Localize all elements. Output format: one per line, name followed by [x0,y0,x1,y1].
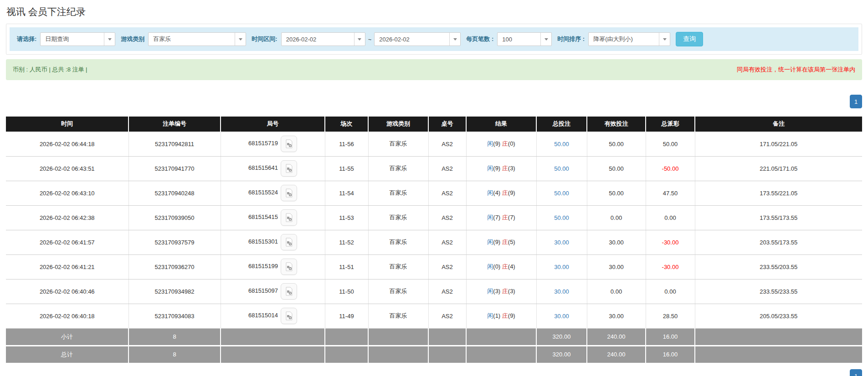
player-result: 闲 [487,239,493,245]
round-no-text: 681515199 [248,263,278,269]
cell-table-no: AS2 [428,132,466,156]
cell-table-no: AS2 [428,254,466,279]
query-type-select[interactable]: 日期查询 [40,32,115,46]
cell-table-no: AS2 [428,279,466,304]
banker-score: (9) [508,312,515,319]
player-score: (4) [493,189,500,196]
cell-result: 闲(9) 庄(3) [466,156,536,181]
date-to-value: 2026-02-02 [375,36,410,43]
player-result: 闲 [487,263,493,270]
table-row: 2026-02-02 06:40:18 523170934083 6815150… [6,304,862,328]
table-row: 2026-02-02 06:40:46 523170934982 6815150… [6,279,862,304]
cell-time: 2026-02-02 06:40:18 [6,304,128,328]
total-bet-link[interactable]: 30.00 [554,239,569,246]
cell-valid-bet: 50.00 [587,132,646,156]
video-icon[interactable] [281,209,297,226]
cell-result: 闲(0) 庄(4) [466,254,536,279]
player-result: 闲 [487,312,493,319]
date-from-picker[interactable]: 2026-02-02 [281,32,365,46]
banker-score: (5) [508,239,515,245]
banker-result: 庄 [502,189,508,196]
total-bet-link[interactable]: 50.00 [554,190,569,197]
video-icon[interactable] [281,308,297,324]
player-score: (9) [493,165,500,172]
cell-session: 11-55 [325,156,368,181]
cell-payout: -50.00 [646,156,695,181]
page-1-button[interactable]: 1 [850,95,862,108]
cell-game: 百家乐 [368,230,428,254]
per-page-value: 100 [498,36,512,43]
cell-time: 2026-02-02 06:42:38 [6,205,128,230]
sort-label: 时间排序 : [557,35,585,43]
cell-total-bet: 50.00 [536,181,587,205]
total-bet-link[interactable]: 30.00 [554,264,569,270]
banker-result: 庄 [502,165,508,172]
player-score: (1) [493,312,500,319]
query-button[interactable]: 查询 [676,32,703,46]
video-icon[interactable] [281,259,297,275]
total-label: 总计 [6,346,128,363]
query-type-value: 日期查询 [41,35,69,43]
cell-table-no: AS2 [428,156,466,181]
currency-summary-text: 币别 : 人民币 | 总共 :8 注单 | [13,66,87,74]
sort-value: 降幂(由大到小) [589,35,633,43]
game-type-select[interactable]: 百家乐 [148,32,246,46]
cell-table-no: AS2 [428,304,466,328]
banker-result: 庄 [502,263,508,270]
cell-total-bet: 50.00 [536,156,587,181]
player-result: 闲 [487,288,493,295]
cell-bet-no: 523170937579 [128,230,221,254]
cell-total-bet: 30.00 [536,279,587,304]
col-game: 游戏类别 [368,117,428,132]
player-score: (3) [493,288,500,295]
video-icon[interactable] [281,283,297,300]
col-round-no: 局号 [221,117,325,132]
banker-result: 庄 [502,140,508,147]
total-bet-link[interactable]: 50.00 [554,141,569,147]
table-row: 2026-02-02 06:43:51 523170941770 6815156… [6,156,862,181]
cell-payout: 47.50 [646,181,695,205]
page-1-button[interactable]: 1 [850,369,862,376]
banker-score: (0) [508,140,515,147]
filter-bar: 请选择: 日期查询 游戏类别 百家乐 时间区间: 2026-02-02 ~ 20… [10,27,858,51]
col-result: 结果 [466,117,536,132]
col-session: 场次 [325,117,368,132]
cell-game: 百家乐 [368,156,428,181]
cell-round-no: 681515524 [221,181,325,205]
total-bet-link[interactable]: 30.00 [554,288,569,295]
date-from-value: 2026-02-02 [282,36,317,43]
cell-bet-no: 523170939050 [128,205,221,230]
total-bet-link[interactable]: 50.00 [554,214,569,221]
cell-total-bet: 50.00 [536,205,587,230]
cell-payout: -30.00 [646,254,695,279]
video-icon[interactable] [281,160,297,177]
total-valid-bet: 240.00 [587,346,646,363]
date-range-label: 时间区间: [252,35,277,43]
subtotal-count: 8 [128,328,221,346]
date-to-picker[interactable]: 2026-02-02 [374,32,461,46]
total-payout: 16.00 [646,346,695,363]
cell-payout: 0.00 [646,279,695,304]
cell-round-no: 681515301 [221,230,325,254]
cell-bet-no: 523170936270 [128,254,221,279]
cell-remark: 233.55/203.55 [695,254,862,279]
per-page-select[interactable]: 100 [497,32,552,46]
cell-result: 闲(9) 庄(5) [466,230,536,254]
sort-select[interactable]: 降幂(由大到小) [588,32,670,46]
video-icon[interactable] [281,234,297,250]
subtotal-total-bet: 320.00 [536,328,587,346]
table-row: 2026-02-02 06:41:57 523170937579 6815153… [6,230,862,254]
cell-round-no: 681515014 [221,304,325,328]
cell-total-bet: 30.00 [536,230,587,254]
video-icon[interactable] [281,136,297,152]
total-bet-link[interactable]: 50.00 [554,165,569,172]
cell-valid-bet: 30.00 [587,254,646,279]
table-row: 2026-02-02 06:42:38 523170939050 6815154… [6,205,862,230]
total-row: 总计 8 320.00 240.00 16.00 [6,346,862,363]
cell-payout: -30.00 [646,230,695,254]
cell-total-bet: 30.00 [536,304,587,328]
video-icon[interactable] [281,185,297,201]
total-bet-link[interactable]: 30.00 [554,313,569,320]
round-no-text: 681515415 [248,213,278,220]
cell-game: 百家乐 [368,205,428,230]
